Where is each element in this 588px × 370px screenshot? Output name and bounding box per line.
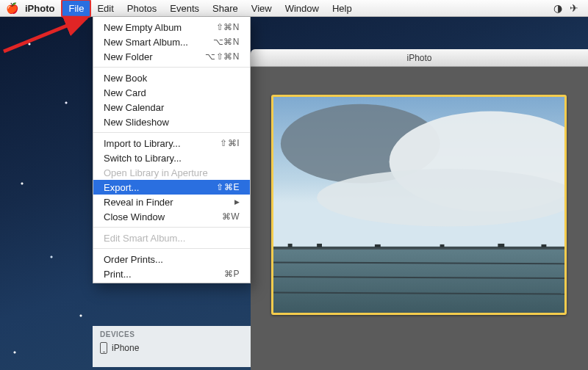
selected-photo-thumbnail[interactable] <box>271 95 567 315</box>
iphoto-window: iPhoto <box>251 49 588 370</box>
file-menu-dropdown: New Empty Album⇧⌘NNew Smart Album...⌥⌘NN… <box>93 17 251 283</box>
menu-item-label: Close Window <box>104 211 222 222</box>
menu-item-label: Edit Smart Album... <box>104 233 240 244</box>
menu-window[interactable]: Window <box>279 0 326 17</box>
svg-rect-11 <box>317 244 322 247</box>
iphone-icon <box>100 342 107 354</box>
mac-menubar: 🍎 iPhoto File Edit Photos Events Share V… <box>0 0 588 17</box>
menu-item-label: New Empty Album <box>104 22 216 33</box>
menu-edit[interactable]: Edit <box>90 0 120 17</box>
menu-photos[interactable]: Photos <box>121 0 163 17</box>
menu-item-shortcut: ⌥⇧⌘N <box>205 51 240 62</box>
menu-item-label: New Smart Album... <box>104 37 213 48</box>
menu-item-new-smart-album[interactable]: New Smart Album...⌥⌘N <box>93 35 250 49</box>
menu-item-label: New Card <box>104 87 240 98</box>
menu-item-shortcut: ⌘P <box>224 269 240 279</box>
menu-events[interactable]: Events <box>163 0 206 17</box>
menu-item-import-to-library[interactable]: Import to Library...⇧⌘I <box>93 136 250 150</box>
menu-item-new-book[interactable]: New Book <box>93 70 250 85</box>
sidebar-devices-section: DEVICES iPhone <box>93 326 251 367</box>
menu-item-label: New Calendar <box>104 102 240 113</box>
svg-rect-12 <box>375 244 381 247</box>
svg-rect-15 <box>541 244 546 247</box>
sidebar-section-title: DEVICES <box>100 330 243 338</box>
menu-item-label: Print... <box>104 269 224 280</box>
menu-item-edit-smart-album: Edit Smart Album... <box>93 231 250 245</box>
menu-item-export[interactable]: Export...⇧⌘E <box>93 180 250 195</box>
window-title: iPhoto <box>251 49 588 67</box>
svg-rect-14 <box>498 244 504 247</box>
menu-item-label: New Slideshow <box>104 117 240 128</box>
menu-item-order-prints[interactable]: Order Prints... <box>93 252 250 266</box>
menu-view[interactable]: View <box>245 0 279 17</box>
menu-item-shortcut: ⇧⌘E <box>216 182 240 192</box>
menu-item-label: Import to Library... <box>104 138 220 149</box>
menu-item-reveal-in-finder[interactable]: Reveal in Finder <box>93 195 250 209</box>
menu-item-open-library-in-aperture: Open Library in Aperture <box>93 165 250 180</box>
menu-item-shortcut: ⇧⌘N <box>216 22 240 32</box>
menu-item-new-calendar[interactable]: New Calendar <box>93 100 250 115</box>
menu-item-new-folder[interactable]: New Folder⌥⇧⌘N <box>93 49 250 64</box>
svg-rect-10 <box>288 244 293 247</box>
menu-item-new-empty-album[interactable]: New Empty Album⇧⌘N <box>93 20 250 35</box>
menu-item-label: Open Library in Aperture <box>104 167 240 178</box>
menu-share[interactable]: Share <box>206 0 245 17</box>
menu-item-label: Export... <box>104 182 216 193</box>
menu-item-label: New Book <box>104 73 240 84</box>
menu-item-print[interactable]: Print...⌘P <box>93 266 250 281</box>
menu-item-new-card[interactable]: New Card <box>93 85 250 100</box>
menu-item-close-window[interactable]: Close Window⌘W <box>93 209 250 224</box>
menu-item-label: Switch to Library... <box>104 153 240 164</box>
menu-item-label: Order Prints... <box>104 254 240 265</box>
menu-help[interactable]: Help <box>326 0 359 17</box>
app-name[interactable]: iPhoto <box>18 3 62 14</box>
sidebar-device-iphone[interactable]: iPhone <box>100 342 243 354</box>
menu-item-shortcut: ⌥⌘N <box>213 37 240 47</box>
svg-rect-6 <box>273 250 564 313</box>
menu-item-new-slideshow[interactable]: New Slideshow <box>93 115 250 129</box>
sidebar-device-label: iPhone <box>112 343 139 353</box>
menu-file[interactable]: File <box>62 0 90 17</box>
menu-item-shortcut: ⌘W <box>222 211 240 222</box>
svg-rect-13 <box>440 244 445 247</box>
menu-item-label: New Folder <box>104 51 205 62</box>
menu-item-switch-to-library[interactable]: Switch to Library... <box>93 150 250 165</box>
tray-icon-2[interactable]: ✈ <box>566 2 582 14</box>
menu-item-shortcut: ⇧⌘I <box>220 138 240 148</box>
apple-menu-icon[interactable]: 🍎 <box>6 2 18 14</box>
menu-item-label: Reveal in Finder <box>104 197 230 208</box>
tray-icon-1[interactable]: ◑ <box>550 2 566 14</box>
